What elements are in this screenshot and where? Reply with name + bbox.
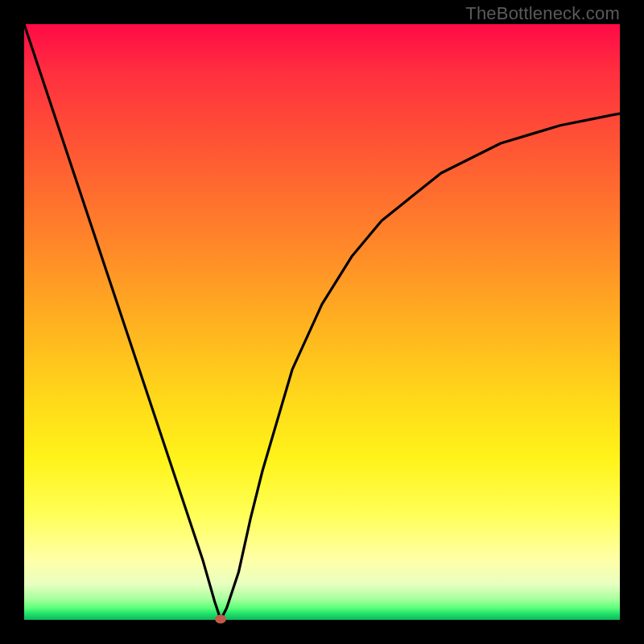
chart-container: TheBottleneck.com [0,0,644,644]
optimal-point-marker [215,615,226,624]
plot-area [24,24,620,620]
watermark-text: TheBottleneck.com [465,3,620,24]
curve-svg [24,24,620,620]
bottleneck-curve [24,24,620,620]
